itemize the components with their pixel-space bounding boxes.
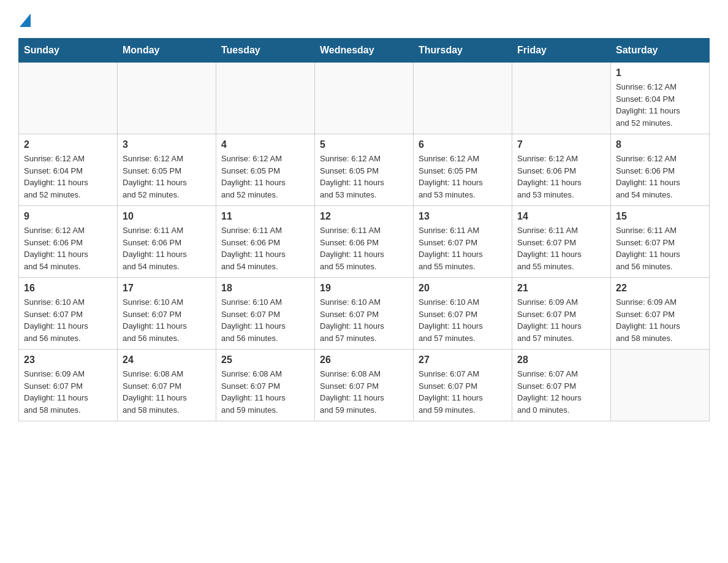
day-info: Sunrise: 6:08 AM Sunset: 6:07 PM Dayligh…	[221, 368, 309, 416]
day-number: 16	[24, 283, 112, 294]
day-info: Sunrise: 6:12 AM Sunset: 6:05 PM Dayligh…	[419, 153, 507, 201]
day-number: 22	[616, 283, 704, 294]
day-number: 2	[24, 139, 112, 150]
calendar-table: SundayMondayTuesdayWednesdayThursdayFrid…	[18, 38, 710, 421]
logo-triangle-icon	[20, 13, 31, 27]
day-info: Sunrise: 6:12 AM Sunset: 6:06 PM Dayligh…	[517, 153, 605, 201]
calendar-day	[315, 63, 414, 134]
day-header-wednesday: Wednesday	[315, 39, 414, 63]
day-number: 3	[123, 139, 211, 150]
day-number: 9	[24, 211, 112, 222]
calendar-week-3: 9Sunrise: 6:12 AM Sunset: 6:06 PM Daylig…	[19, 206, 710, 278]
svg-marker-0	[20, 13, 31, 27]
day-info: Sunrise: 6:12 AM Sunset: 6:06 PM Dayligh…	[24, 224, 112, 272]
calendar-day	[512, 63, 611, 134]
calendar-day: 1Sunrise: 6:12 AM Sunset: 6:04 PM Daylig…	[611, 63, 710, 134]
calendar-day: 7Sunrise: 6:12 AM Sunset: 6:06 PM Daylig…	[512, 134, 611, 206]
day-info: Sunrise: 6:09 AM Sunset: 6:07 PM Dayligh…	[616, 296, 704, 344]
calendar-header: SundayMondayTuesdayWednesdayThursdayFrid…	[19, 39, 710, 63]
calendar-day: 19Sunrise: 6:10 AM Sunset: 6:07 PM Dayli…	[315, 278, 414, 350]
day-number: 5	[320, 139, 408, 150]
calendar-day: 25Sunrise: 6:08 AM Sunset: 6:07 PM Dayli…	[216, 350, 315, 421]
day-header-monday: Monday	[118, 39, 216, 63]
day-info: Sunrise: 6:12 AM Sunset: 6:04 PM Dayligh…	[24, 153, 112, 201]
day-number: 27	[419, 354, 507, 366]
calendar-day: 6Sunrise: 6:12 AM Sunset: 6:05 PM Daylig…	[414, 134, 512, 206]
day-info: Sunrise: 6:11 AM Sunset: 6:07 PM Dayligh…	[517, 224, 605, 272]
day-info: Sunrise: 6:12 AM Sunset: 6:06 PM Dayligh…	[616, 153, 704, 201]
day-number: 12	[320, 211, 408, 222]
day-info: Sunrise: 6:11 AM Sunset: 6:07 PM Dayligh…	[616, 224, 704, 272]
calendar-day: 21Sunrise: 6:09 AM Sunset: 6:07 PM Dayli…	[512, 278, 611, 350]
calendar-day: 17Sunrise: 6:10 AM Sunset: 6:07 PM Dayli…	[118, 278, 216, 350]
day-number: 17	[123, 283, 211, 294]
day-info: Sunrise: 6:08 AM Sunset: 6:07 PM Dayligh…	[123, 368, 211, 416]
day-info: Sunrise: 6:11 AM Sunset: 6:06 PM Dayligh…	[320, 224, 408, 272]
calendar-day: 11Sunrise: 6:11 AM Sunset: 6:06 PM Dayli…	[216, 206, 315, 278]
day-info: Sunrise: 6:10 AM Sunset: 6:07 PM Dayligh…	[24, 296, 112, 344]
calendar-day: 16Sunrise: 6:10 AM Sunset: 6:07 PM Dayli…	[19, 278, 118, 350]
day-number: 19	[320, 283, 408, 294]
day-info: Sunrise: 6:10 AM Sunset: 6:07 PM Dayligh…	[221, 296, 309, 344]
day-info: Sunrise: 6:10 AM Sunset: 6:07 PM Dayligh…	[123, 296, 211, 344]
day-info: Sunrise: 6:08 AM Sunset: 6:07 PM Dayligh…	[320, 368, 408, 416]
day-number: 28	[517, 354, 605, 366]
calendar-day: 4Sunrise: 6:12 AM Sunset: 6:05 PM Daylig…	[216, 134, 315, 206]
calendar-day: 23Sunrise: 6:09 AM Sunset: 6:07 PM Dayli…	[19, 350, 118, 421]
calendar-day: 13Sunrise: 6:11 AM Sunset: 6:07 PM Dayli…	[414, 206, 512, 278]
calendar-week-1: 1Sunrise: 6:12 AM Sunset: 6:04 PM Daylig…	[19, 63, 710, 134]
calendar-day: 24Sunrise: 6:08 AM Sunset: 6:07 PM Dayli…	[118, 350, 216, 421]
day-number: 11	[221, 211, 309, 222]
day-number: 6	[419, 139, 507, 150]
calendar-day	[611, 350, 710, 421]
calendar-day: 15Sunrise: 6:11 AM Sunset: 6:07 PM Dayli…	[611, 206, 710, 278]
calendar-day: 27Sunrise: 6:07 AM Sunset: 6:07 PM Dayli…	[414, 350, 512, 421]
calendar-day: 12Sunrise: 6:11 AM Sunset: 6:06 PM Dayli…	[315, 206, 414, 278]
calendar-week-4: 16Sunrise: 6:10 AM Sunset: 6:07 PM Dayli…	[19, 278, 710, 350]
calendar-day: 22Sunrise: 6:09 AM Sunset: 6:07 PM Dayli…	[611, 278, 710, 350]
day-header-saturday: Saturday	[611, 39, 710, 63]
calendar-day	[216, 63, 315, 134]
day-number: 8	[616, 139, 704, 150]
day-info: Sunrise: 6:09 AM Sunset: 6:07 PM Dayligh…	[517, 296, 605, 344]
day-number: 18	[221, 283, 309, 294]
calendar-day: 3Sunrise: 6:12 AM Sunset: 6:05 PM Daylig…	[118, 134, 216, 206]
calendar-day: 18Sunrise: 6:10 AM Sunset: 6:07 PM Dayli…	[216, 278, 315, 350]
calendar-day: 20Sunrise: 6:10 AM Sunset: 6:07 PM Dayli…	[414, 278, 512, 350]
day-number: 14	[517, 211, 605, 222]
day-info: Sunrise: 6:07 AM Sunset: 6:07 PM Dayligh…	[517, 368, 605, 416]
calendar-day	[19, 63, 118, 134]
day-number: 24	[123, 354, 211, 366]
day-info: Sunrise: 6:07 AM Sunset: 6:07 PM Dayligh…	[419, 368, 507, 416]
day-number: 1	[616, 67, 704, 79]
day-header-tuesday: Tuesday	[216, 39, 315, 63]
calendar-day: 2Sunrise: 6:12 AM Sunset: 6:04 PM Daylig…	[19, 134, 118, 206]
day-info: Sunrise: 6:09 AM Sunset: 6:07 PM Dayligh…	[24, 368, 112, 416]
calendar-day: 28Sunrise: 6:07 AM Sunset: 6:07 PM Dayli…	[512, 350, 611, 421]
day-info: Sunrise: 6:10 AM Sunset: 6:07 PM Dayligh…	[419, 296, 507, 344]
day-number: 13	[419, 211, 507, 222]
day-number: 15	[616, 211, 704, 222]
calendar-day	[414, 63, 512, 134]
day-info: Sunrise: 6:11 AM Sunset: 6:06 PM Dayligh…	[221, 224, 309, 272]
day-header-sunday: Sunday	[19, 39, 118, 63]
calendar-week-2: 2Sunrise: 6:12 AM Sunset: 6:04 PM Daylig…	[19, 134, 710, 206]
day-number: 20	[419, 283, 507, 294]
day-number: 21	[517, 283, 605, 294]
day-number: 26	[320, 354, 408, 366]
day-info: Sunrise: 6:12 AM Sunset: 6:05 PM Dayligh…	[123, 153, 211, 201]
logo	[18, 12, 31, 26]
day-info: Sunrise: 6:10 AM Sunset: 6:07 PM Dayligh…	[320, 296, 408, 344]
calendar-day: 14Sunrise: 6:11 AM Sunset: 6:07 PM Dayli…	[512, 206, 611, 278]
day-number: 7	[517, 139, 605, 150]
calendar-body: 1Sunrise: 6:12 AM Sunset: 6:04 PM Daylig…	[19, 63, 710, 421]
day-header-thursday: Thursday	[414, 39, 512, 63]
day-info: Sunrise: 6:12 AM Sunset: 6:05 PM Dayligh…	[221, 153, 309, 201]
days-of-week-row: SundayMondayTuesdayWednesdayThursdayFrid…	[19, 39, 710, 63]
calendar-day: 5Sunrise: 6:12 AM Sunset: 6:05 PM Daylig…	[315, 134, 414, 206]
day-info: Sunrise: 6:11 AM Sunset: 6:06 PM Dayligh…	[123, 224, 211, 272]
day-number: 23	[24, 354, 112, 366]
day-info: Sunrise: 6:12 AM Sunset: 6:04 PM Dayligh…	[616, 81, 704, 129]
day-number: 10	[123, 211, 211, 222]
day-number: 25	[221, 354, 309, 366]
